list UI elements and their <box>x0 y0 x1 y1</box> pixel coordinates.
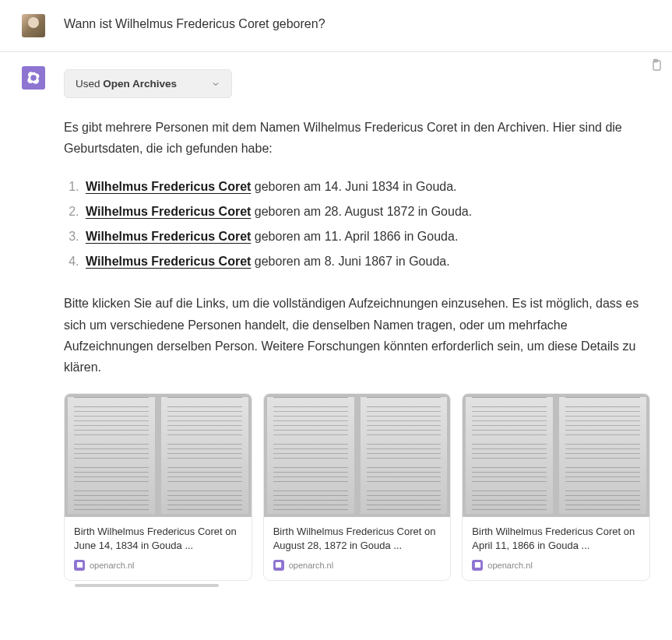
result-text: geboren am 14. Juni 1834 in Gouda. <box>251 180 456 193</box>
card-body: Birth Wilhelmus Fredericus Coret on Augu… <box>264 517 451 579</box>
card-title: Birth Wilhelmus Fredericus Coret on Apri… <box>472 525 640 553</box>
result-link[interactable]: Wilhelmus Fredericus Coret <box>86 255 251 268</box>
card-body: Birth Wilhelmus Fredericus Coret on June… <box>65 517 252 579</box>
tool-used-chip[interactable]: Used Open Archives <box>64 69 232 98</box>
openai-logo-icon <box>26 71 40 85</box>
source-card[interactable]: Birth Wilhelmus Fredericus Coret on June… <box>64 393 252 580</box>
user-avatar <box>22 14 45 37</box>
card-title: Birth Wilhelmus Fredericus Coret on Augu… <box>273 525 442 553</box>
card-source: openarch.nl <box>472 560 640 571</box>
result-text: geboren am 28. August 1872 in Gouda. <box>251 205 472 218</box>
chevron-down-icon <box>211 79 220 89</box>
card-source-domain: openarch.nl <box>487 561 533 570</box>
card-body: Birth Wilhelmus Fredericus Coret on Apri… <box>463 517 649 579</box>
tool-prefix: Used <box>76 78 103 90</box>
result-item: Wilhelmus Fredericus Coret geboren am 11… <box>83 224 650 249</box>
card-source-domain: openarch.nl <box>289 561 334 570</box>
assistant-content: Used Open Archives Es gibt mehrere Perso… <box>64 66 650 581</box>
scrollbar-thumb[interactable] <box>75 584 219 587</box>
result-text: geboren am 8. Juni 1867 in Gouda. <box>251 255 449 268</box>
message-actions <box>649 58 663 76</box>
horizontal-scrollbar[interactable] <box>75 584 650 587</box>
card-source-domain: openarch.nl <box>90 561 135 570</box>
assistant-message: Used Open Archives Es gibt mehrere Perso… <box>0 52 672 603</box>
source-card[interactable]: Birth Wilhelmus Fredericus Coret on Apri… <box>462 393 650 580</box>
source-favicon-icon <box>74 560 85 571</box>
card-source: openarch.nl <box>273 560 442 571</box>
clipboard-icon[interactable] <box>649 58 663 72</box>
svg-rect-2 <box>76 562 82 568</box>
card-image <box>463 394 649 517</box>
tool-label: Used Open Archives <box>76 78 211 90</box>
response-outro: Bitte klicken Sie auf die Links, um die … <box>64 293 650 378</box>
result-link[interactable]: Wilhelmus Fredericus Coret <box>86 230 251 243</box>
response-intro: Es gibt mehrere Personen mit dem Namen W… <box>64 117 650 159</box>
user-question: Wann ist Wilhelmus Fredericus Coret gebo… <box>64 17 650 31</box>
tool-name: Open Archives <box>103 78 177 90</box>
card-title: Birth Wilhelmus Fredericus Coret on June… <box>74 525 242 553</box>
user-content: Wann ist Wilhelmus Fredericus Coret gebo… <box>64 14 650 37</box>
results-list: Wilhelmus Fredericus Coret geboren am 14… <box>64 174 650 274</box>
source-favicon-icon <box>472 560 483 571</box>
card-source: openarch.nl <box>74 560 242 571</box>
svg-rect-3 <box>276 562 281 568</box>
svg-rect-4 <box>475 562 480 568</box>
user-message: Wann ist Wilhelmus Fredericus Coret gebo… <box>0 0 672 52</box>
source-cards-row: Birth Wilhelmus Fredericus Coret on June… <box>64 393 650 580</box>
assistant-avatar <box>22 66 45 90</box>
result-item: Wilhelmus Fredericus Coret geboren am 14… <box>83 174 650 199</box>
result-item: Wilhelmus Fredericus Coret geboren am 28… <box>83 199 650 224</box>
card-image <box>264 394 451 517</box>
result-text: geboren am 11. April 1866 in Gouda. <box>251 230 458 243</box>
card-image <box>65 394 252 517</box>
result-item: Wilhelmus Fredericus Coret geboren am 8.… <box>83 249 650 274</box>
result-link[interactable]: Wilhelmus Fredericus Coret <box>86 205 251 218</box>
source-favicon-icon <box>273 560 284 571</box>
source-card[interactable]: Birth Wilhelmus Fredericus Coret on Augu… <box>263 393 452 580</box>
result-link[interactable]: Wilhelmus Fredericus Coret <box>86 180 251 193</box>
